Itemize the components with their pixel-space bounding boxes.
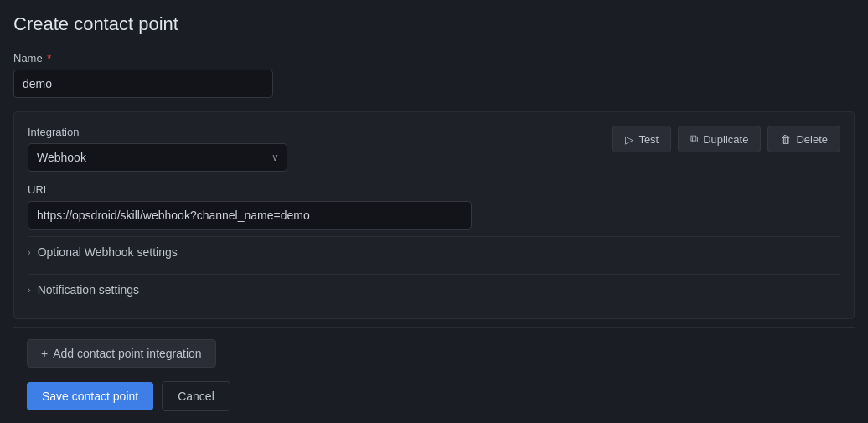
duplicate-button[interactable]: ⧉ Duplicate (678, 126, 761, 152)
integration-select-wrapper: Webhook Email Slack PagerDuty OpsGenie ∨ (28, 143, 287, 172)
integration-section: Integration Webhook Email Slack PagerDut… (13, 111, 855, 319)
name-field-label: Name * (13, 52, 273, 64)
delete-button[interactable]: 🗑 Delete (767, 126, 840, 152)
url-label: URL (28, 183, 840, 196)
notification-settings-label: Notification settings (38, 283, 139, 297)
footer-buttons: Save contact point Cancel (27, 381, 841, 411)
test-icon: ▷ (625, 133, 633, 146)
add-integration-button[interactable]: + Add contact point integration (27, 339, 216, 368)
integration-label: Integration (28, 126, 287, 138)
notification-settings-chevron-icon: › (28, 285, 31, 295)
url-input[interactable] (28, 201, 472, 230)
add-integration-plus-icon: + (41, 347, 48, 360)
integration-select[interactable]: Webhook Email Slack PagerDuty OpsGenie (28, 143, 287, 172)
test-button-label: Test (638, 133, 659, 146)
delete-icon: 🗑 (780, 133, 791, 146)
add-integration-label: Add contact point integration (53, 347, 201, 360)
optional-webhook-settings-label: Optional Webhook settings (38, 245, 178, 259)
optional-webhook-chevron-icon: › (28, 247, 31, 257)
integration-action-buttons: ▷ Test ⧉ Duplicate 🗑 Delete (612, 126, 840, 152)
url-section: URL (28, 183, 840, 230)
integration-field-group: Integration Webhook Email Slack PagerDut… (28, 126, 287, 172)
cancel-button[interactable]: Cancel (162, 381, 230, 411)
name-input[interactable] (13, 70, 273, 98)
bottom-section: + Add contact point integration Save con… (13, 327, 855, 423)
required-indicator: * (44, 52, 52, 64)
optional-webhook-settings-toggle[interactable]: › Optional Webhook settings (28, 236, 840, 267)
name-label-text: Name (13, 52, 43, 64)
delete-button-label: Delete (796, 133, 828, 146)
integration-header: Integration Webhook Email Slack PagerDut… (28, 126, 840, 172)
test-button[interactable]: ▷ Test (612, 126, 671, 152)
save-contact-point-button[interactable]: Save contact point (27, 382, 153, 410)
page-title: Create contact point (13, 13, 855, 35)
duplicate-button-label: Duplicate (703, 133, 748, 146)
duplicate-icon: ⧉ (690, 132, 698, 146)
notification-settings-toggle[interactable]: › Notification settings (28, 274, 840, 305)
